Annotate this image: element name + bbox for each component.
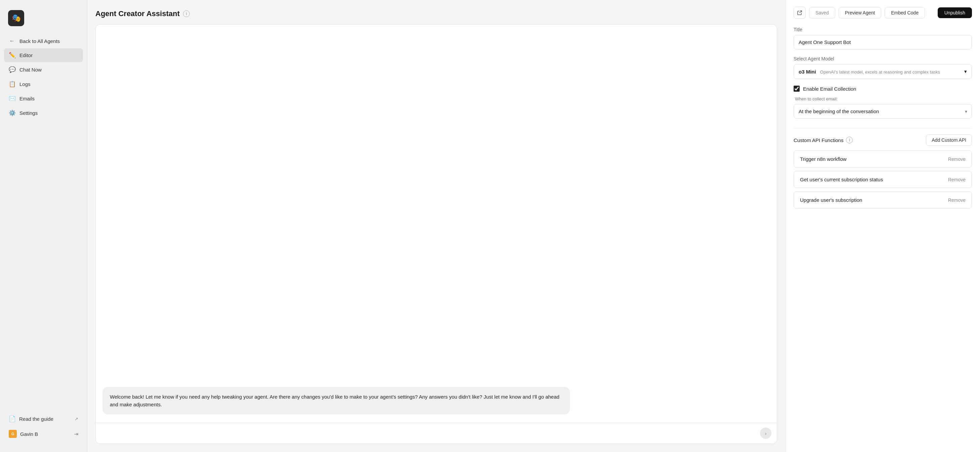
- title-input[interactable]: [794, 35, 972, 49]
- when-collect-select-wrapper: At the beginning of the conversation ▾: [794, 104, 972, 119]
- sidebar-item-logs[interactable]: 📋 Logs: [4, 77, 83, 91]
- right-panel: Saved Preview Agent Embed Code Unpublish…: [785, 0, 980, 452]
- sidebar: 🎭 ← Back to All Agents ✏️ Editor 💬 Chat …: [0, 0, 88, 452]
- chat-input-area: ›: [96, 422, 777, 444]
- embed-code-button[interactable]: Embed Code: [885, 7, 925, 19]
- email-icon: ✉️: [9, 95, 16, 102]
- sidebar-item-chat[interactable]: 💬 Chat Now: [4, 63, 83, 76]
- bot-message-bubble: Welcome back! Let me know if you need an…: [102, 387, 570, 415]
- sidebar-item-guide[interactable]: 📄 Read the guide ↗: [4, 412, 83, 426]
- sidebar-item-logs-label: Logs: [19, 81, 30, 87]
- model-field-label: Select Agent Model: [794, 56, 972, 62]
- info-icon[interactable]: i: [183, 10, 190, 17]
- app-logo: 🎭: [8, 10, 24, 26]
- model-select[interactable]: o3 Mini OpenAI's latest model, excels at…: [794, 64, 972, 79]
- enable-email-label[interactable]: Enable Email Collection: [803, 86, 856, 92]
- sidebar-nav: ← Back to All Agents ✏️ Editor 💬 Chat No…: [0, 34, 87, 408]
- send-button[interactable]: ›: [760, 428, 772, 439]
- chat-window: Welcome back! Let me know if you need an…: [95, 24, 777, 444]
- sidebar-item-user[interactable]: G Gavin B ⇥: [4, 427, 83, 441]
- chat-messages: Welcome back! Let me know if you need an…: [96, 24, 777, 422]
- sidebar-item-settings-label: Settings: [19, 110, 38, 116]
- api-function-name: Trigger n8n workflow: [800, 156, 847, 162]
- remove-api-button[interactable]: Remove: [948, 156, 966, 162]
- preview-agent-button[interactable]: Preview Agent: [838, 7, 881, 19]
- sidebar-item-back[interactable]: ← Back to All Agents: [4, 34, 83, 48]
- when-collect-select[interactable]: At the beginning of the conversation: [794, 104, 972, 119]
- api-functions-title: Custom API Functions: [794, 137, 843, 143]
- back-arrow-icon: ←: [9, 38, 16, 45]
- api-function-item: Get user's current subscription status R…: [794, 171, 972, 188]
- api-function-item: Upgrade user's subscription Remove: [794, 191, 972, 208]
- editor-icon: ✏️: [9, 52, 16, 59]
- chat-panel: Agent Creator Assistant i Welcome back! …: [88, 0, 785, 452]
- api-function-item: Trigger n8n workflow Remove: [794, 150, 972, 167]
- enable-email-checkbox[interactable]: [794, 86, 800, 92]
- page-title: Agent Creator Assistant: [95, 10, 180, 18]
- sidebar-item-emails-label: Emails: [19, 96, 35, 102]
- remove-api-button[interactable]: Remove: [948, 197, 966, 203]
- chat-icon: 💬: [9, 66, 16, 73]
- add-api-button[interactable]: Add Custom API: [926, 134, 972, 146]
- sidebar-bottom: 📄 Read the guide ↗ G Gavin B ⇥: [0, 408, 87, 445]
- api-functions-header: Custom API Functions i Add Custom API: [794, 134, 972, 146]
- main-inner: Agent Creator Assistant i Welcome back! …: [88, 0, 980, 452]
- chat-header: Agent Creator Assistant i: [95, 10, 777, 18]
- bot-message-text: Welcome back! Let me know if you need an…: [110, 394, 560, 407]
- sidebar-logo: 🎭: [0, 7, 87, 34]
- user-name: Gavin B: [20, 431, 38, 437]
- settings-icon: ⚙️: [9, 110, 16, 116]
- main-content: Agent Creator Assistant i Welcome back! …: [88, 0, 980, 452]
- unpublish-button[interactable]: Unpublish: [938, 7, 972, 18]
- logs-icon: 📋: [9, 81, 16, 88]
- when-collect-label: When to collect email:: [795, 96, 972, 102]
- sidebar-item-chat-label: Chat Now: [19, 67, 41, 73]
- guide-icon: 📄: [9, 415, 16, 422]
- logout-icon[interactable]: ⇥: [74, 431, 78, 437]
- remove-api-button[interactable]: Remove: [948, 177, 966, 182]
- sidebar-item-back-label: Back to All Agents: [19, 38, 60, 44]
- api-function-name: Upgrade user's subscription: [800, 197, 862, 203]
- model-name: o3 Mini: [799, 69, 816, 75]
- avatar: G: [9, 430, 17, 438]
- external-link-icon: ↗: [75, 416, 78, 422]
- sidebar-item-guide-label: Read the guide: [19, 416, 53, 422]
- sidebar-item-emails[interactable]: ✉️ Emails: [4, 92, 83, 105]
- sidebar-item-settings[interactable]: ⚙️ Settings: [4, 106, 83, 120]
- api-function-name: Get user's current subscription status: [800, 177, 883, 182]
- section-divider: [794, 128, 972, 128]
- sidebar-item-editor[interactable]: ✏️ Editor: [4, 48, 83, 62]
- model-description: OpenAI's latest model, excels at reasoni…: [820, 70, 940, 75]
- user-initials: G: [11, 432, 14, 436]
- sidebar-item-editor-label: Editor: [19, 53, 33, 58]
- saved-button: Saved: [809, 7, 835, 19]
- title-field-label: Title: [794, 27, 972, 32]
- external-link-button[interactable]: [794, 7, 806, 19]
- right-toolbar: Saved Preview Agent Embed Code Unpublish: [794, 7, 972, 19]
- email-collection-row: Enable Email Collection: [794, 86, 972, 92]
- api-info-icon[interactable]: i: [846, 137, 853, 143]
- chat-input[interactable]: [101, 428, 757, 438]
- chevron-down-icon: ▾: [964, 68, 967, 75]
